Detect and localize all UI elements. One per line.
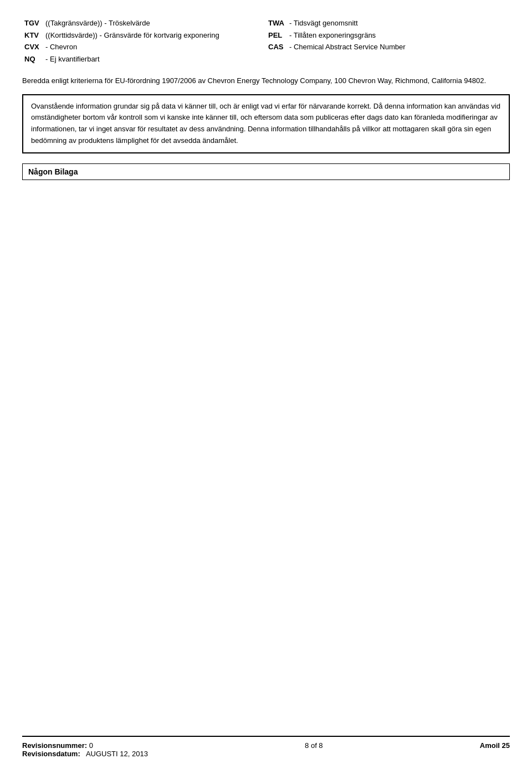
page-info: 8 of 8 xyxy=(305,741,323,750)
intro-text: Beredda enligt kriterierna för EU-förord… xyxy=(22,75,510,86)
revision-number-value: 0 xyxy=(89,741,93,750)
legend-desc-pel: - Tillåten exponeringsgräns xyxy=(289,30,508,41)
legend-table: TGV ((Takgränsvärde)) - Tröskelvärde KTV… xyxy=(22,17,510,66)
legend-desc-nq: - Ej kvantifierbart xyxy=(45,54,264,65)
footer-right: Amoil 25 xyxy=(480,741,510,750)
legend-abbr-nq: NQ xyxy=(24,54,45,65)
legend-abbr-cvx: CVX xyxy=(24,42,45,53)
footer-center: 8 of 8 xyxy=(305,741,323,750)
revision-number-line: Revisionsnummer: 0 xyxy=(22,741,148,750)
legend-entry-cvx: CVX - Chevron xyxy=(24,42,264,53)
legend-abbr-ktv: KTV xyxy=(24,30,45,41)
disclaimer-box: Ovanstående information grundar sig på d… xyxy=(22,94,510,153)
legend-entry-ktv: KTV ((Korttidsvärde)) - Gränsvärde för k… xyxy=(24,30,264,41)
legend-entry-pel: PEL - Tillåten exponeringsgräns xyxy=(268,30,508,41)
annex-section: Någon Bilaga xyxy=(22,163,510,180)
legend-abbr-tgv: TGV xyxy=(24,18,45,29)
annex-header: Någon Bilaga xyxy=(22,163,510,180)
page-container: TGV ((Takgränsvärde)) - Tröskelvärde KTV… xyxy=(0,0,532,769)
footer: Revisionsnummer: 0 Revisionsdatum: AUGUS… xyxy=(22,736,510,758)
revision-number-label: Revisionsnummer: xyxy=(22,741,87,750)
legend-abbr-pel: PEL xyxy=(268,30,289,41)
legend-desc-cvx: - Chevron xyxy=(45,42,264,53)
legend-abbr-twa: TWA xyxy=(268,18,289,29)
legend-entry-nq: NQ - Ej kvantifierbart xyxy=(24,54,264,65)
legend-entry-tgv: TGV ((Takgränsvärde)) - Tröskelvärde xyxy=(24,18,264,29)
legend-left-col: TGV ((Takgränsvärde)) - Tröskelvärde KTV… xyxy=(22,17,266,66)
legend-desc-twa: - Tidsvägt genomsnitt xyxy=(289,18,508,29)
legend-desc-tgv: ((Takgränsvärde)) - Tröskelvärde xyxy=(45,18,264,29)
legend-desc-cas: - Chemical Abstract Service Number xyxy=(289,42,508,53)
legend-right-col: TWA - Tidsvägt genomsnitt PEL - Tillåten… xyxy=(266,17,510,66)
revision-date-line: Revisionsdatum: AUGUSTI 12, 2013 xyxy=(22,750,148,758)
legend-abbr-cas: CAS xyxy=(268,42,289,53)
legend-entry-cas: CAS - Chemical Abstract Service Number xyxy=(268,42,508,53)
legend-entry-twa: TWA - Tidsvägt genomsnitt xyxy=(268,18,508,29)
footer-left: Revisionsnummer: 0 Revisionsdatum: AUGUS… xyxy=(22,741,148,758)
legend-desc-ktv: ((Korttidsvärde)) - Gränsvärde för kortv… xyxy=(45,30,264,41)
product-name: Amoil 25 xyxy=(480,741,510,750)
revision-date-value: AUGUSTI 12, 2013 xyxy=(86,750,148,758)
disclaimer-text: Ovanstående information grundar sig på d… xyxy=(31,101,501,147)
revision-date-label: Revisionsdatum: xyxy=(22,750,80,758)
